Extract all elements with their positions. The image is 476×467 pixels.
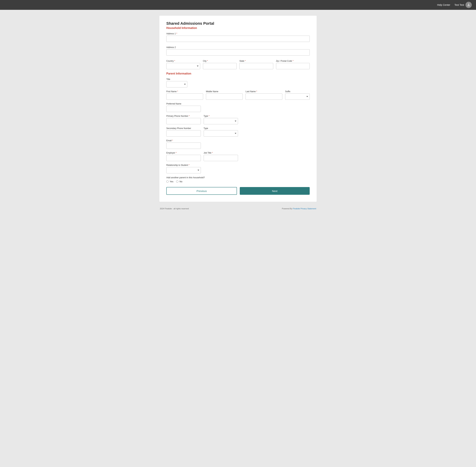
job-title-required-star: * [211, 152, 213, 154]
type2-group: Type [204, 127, 238, 137]
firstname-group: First Name * [166, 90, 203, 100]
type1-label: Type * [204, 115, 238, 117]
add-parent-radio-group: Yes No [166, 180, 310, 183]
add-parent-section: Add another parent in this household? Ye… [166, 176, 310, 183]
secondary-phone-label: Secondary Phone Number [166, 127, 201, 130]
privacy-link[interactable]: Privacy Statement [301, 208, 316, 210]
yes-radio[interactable] [166, 180, 168, 183]
firstname-label: First Name * [166, 90, 203, 93]
country-select[interactable] [166, 63, 200, 69]
title-group: Title [166, 78, 187, 88]
middlename-label: Middle Name [206, 90, 243, 93]
lastname-input[interactable] [245, 93, 282, 100]
secondary-phone-group: Secondary Phone Number [166, 127, 201, 137]
next-button[interactable]: Next [240, 187, 310, 195]
suffix-group: Suffix [285, 90, 310, 100]
job-title-group: Job Title * [204, 152, 238, 161]
copyright-text: 2024 Finalsite - all rights reserved [160, 208, 189, 210]
zip-required-star: * [292, 60, 294, 62]
relationship-group: Relationship to Student * [166, 164, 201, 173]
zip-input[interactable] [276, 63, 310, 69]
email-group: Email * [166, 139, 201, 149]
button-row: Previous Next [166, 187, 310, 195]
country-required-star: * [174, 60, 175, 62]
employer-required-star: * [175, 152, 177, 154]
address1-section: Address 1 * [166, 32, 310, 42]
name-row: First Name * Middle Name Last Name * Suf… [166, 90, 310, 100]
main-container: Shared Admissions Portal Household Infor… [159, 15, 317, 202]
state-label: State * [239, 60, 273, 62]
no-radio-label[interactable]: No [176, 180, 182, 183]
page-title: Shared Admissions Portal [166, 21, 310, 26]
svg-point-0 [468, 4, 469, 5]
address2-section: Address 2 [166, 46, 310, 56]
primary-phone-required-star: * [188, 115, 190, 117]
type1-select[interactable] [204, 118, 238, 124]
footer: 2024 Finalsite - all rights reserved Pow… [159, 208, 317, 210]
type1-group: Type * [204, 115, 238, 124]
address2-input[interactable] [166, 49, 310, 56]
country-label: Country * [166, 60, 200, 62]
user-menu[interactable]: Test Test [454, 2, 472, 8]
preferred-name-row: Preferred Name [166, 103, 310, 112]
zip-group: Zip / Postal Code * [276, 60, 310, 69]
type1-required-star: * [208, 115, 210, 117]
zip-label: Zip / Postal Code * [276, 60, 310, 62]
job-title-input[interactable] [204, 155, 238, 161]
primary-phone-input[interactable] [166, 118, 201, 124]
powered-by-text: Powered By Finalsite Privacy Statement [282, 208, 316, 210]
secondary-phone-row: Secondary Phone Number Type [166, 127, 310, 137]
state-input[interactable] [239, 63, 273, 69]
address1-label: Address 1 * [166, 32, 310, 35]
email-label: Email * [166, 139, 201, 142]
primary-phone-label: Primary Phone Number * [166, 115, 201, 117]
city-input[interactable] [203, 63, 237, 69]
location-row: Country * City * State * Zip / Postal Co… [166, 60, 310, 69]
city-group: City * [203, 60, 237, 69]
username-label: Test Test [454, 3, 464, 6]
city-label: City * [203, 60, 237, 62]
city-required-star: * [206, 60, 208, 62]
middlename-input[interactable] [206, 93, 243, 100]
no-label-text: No [180, 180, 182, 183]
help-center-link[interactable]: Help Center [437, 3, 450, 6]
email-required-star: * [172, 139, 173, 142]
employer-group: Employer * [166, 152, 201, 161]
preferred-name-input[interactable] [166, 106, 201, 112]
state-group: State * [239, 60, 273, 69]
preferred-name-label: Preferred Name [166, 103, 201, 105]
finalsite-link[interactable]: Finalsite [293, 208, 300, 210]
yes-radio-label[interactable]: Yes [166, 180, 173, 183]
address1-required-star: * [176, 32, 177, 35]
email-row: Email * [166, 139, 310, 149]
title-row: Title [166, 78, 310, 88]
primary-phone-group: Primary Phone Number * [166, 115, 201, 124]
relationship-required-star: * [188, 164, 190, 166]
email-input[interactable] [166, 143, 201, 149]
lastname-label: Last Name * [245, 90, 282, 93]
previous-button[interactable]: Previous [166, 187, 237, 195]
parent-heading: Parent Information [166, 72, 310, 75]
lastname-group: Last Name * [245, 90, 282, 100]
type2-label: Type [204, 127, 238, 130]
title-select[interactable] [166, 81, 187, 88]
preferred-name-group: Preferred Name [166, 103, 201, 112]
employer-label: Employer * [166, 152, 201, 154]
household-heading: Household Information [166, 26, 310, 30]
address2-group: Address 2 [166, 46, 310, 56]
secondary-phone-input[interactable] [166, 130, 201, 137]
suffix-label: Suffix [285, 90, 310, 93]
suffix-select[interactable] [285, 93, 310, 100]
employer-input[interactable] [166, 155, 201, 161]
relationship-label: Relationship to Student * [166, 164, 201, 166]
no-radio[interactable] [176, 180, 179, 183]
job-title-label: Job Title * [204, 152, 238, 154]
address1-group: Address 1 * [166, 32, 310, 42]
address1-input[interactable] [166, 36, 310, 42]
relationship-row: Relationship to Student * [166, 164, 310, 173]
lastname-required-star: * [256, 90, 257, 93]
firstname-input[interactable] [166, 93, 203, 100]
relationship-select[interactable] [166, 167, 201, 173]
primary-phone-row: Primary Phone Number * Type * [166, 115, 310, 124]
type2-select[interactable] [204, 130, 238, 137]
